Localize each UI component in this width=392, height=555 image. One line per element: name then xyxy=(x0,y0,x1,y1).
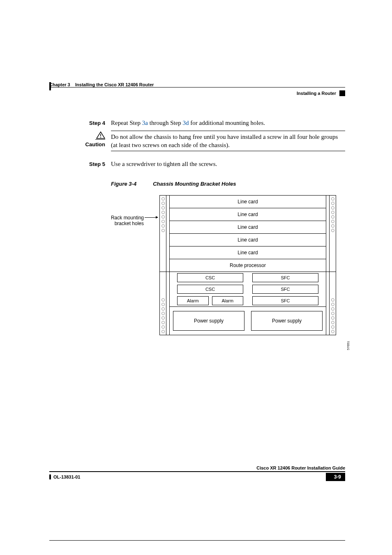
figure-number: Figure 3-4 xyxy=(111,181,136,187)
card-slots: Line card Line card Line card Line card … xyxy=(170,196,326,272)
line-card-2: Line card xyxy=(170,208,326,221)
caution-rule-top xyxy=(111,131,345,131)
footer-guide-title: Cisco XR 12406 Router Installation Guide xyxy=(49,465,345,472)
footer-left: OL-13831-01 xyxy=(49,474,80,479)
right-inner-rail-2 xyxy=(326,272,329,335)
header-right: Installing a Router xyxy=(297,90,345,96)
left-rail-2 xyxy=(160,272,166,335)
page-footer: Cisco XR 12406 Router Installation Guide… xyxy=(49,465,345,481)
callout-arrow xyxy=(145,217,158,218)
step-4-row: Step 4 Repeat Step 3a through Step 3d fo… xyxy=(49,119,345,127)
left-inner-rail xyxy=(166,196,170,272)
caution-icon-underline xyxy=(95,139,105,140)
header-rule xyxy=(49,87,345,88)
chapter-number: Chapter 3 xyxy=(49,82,70,87)
power-supply-row: Power supply Power supply xyxy=(170,306,326,335)
step4-pre: Repeat Step xyxy=(111,120,142,126)
figure-diagram: Rack mounting bracket holes Line card xyxy=(111,195,345,368)
caution-text-col: Do not allow the chassis to hang free un… xyxy=(111,131,345,152)
header-chapter: Chapter 3 Installing the Cisco XR 12406 … xyxy=(49,82,154,87)
sfc-2: SFC xyxy=(252,285,318,294)
footer-bar xyxy=(49,474,51,479)
upper-section: Line card Line card Line card Line card … xyxy=(160,196,336,272)
csc-1: CSC xyxy=(177,273,243,282)
route-processor: Route processor xyxy=(170,259,326,272)
figure-caption-row: Figure 3-4 Chassis Mounting Bracket Hole… xyxy=(49,181,345,187)
right-rail-2 xyxy=(329,272,336,335)
caution-rule-bottom xyxy=(111,151,345,151)
step-4-label: Step 4 xyxy=(49,119,111,127)
power-supply-2: Power supply xyxy=(251,311,323,331)
csc-2: CSC xyxy=(177,285,243,294)
figure-title: Chassis Mounting Bracket Holes xyxy=(153,181,236,187)
switch-section: CSC CSC Alarm Alarm SFC SFC xyxy=(160,272,336,335)
left-inner-rail-2 xyxy=(166,272,170,335)
right-rail xyxy=(329,196,336,272)
right-switch-col: SFC SFC SFC xyxy=(251,272,320,306)
figure-id: 57651 xyxy=(346,341,350,350)
caution-text: Do not allow the chassis to hang free un… xyxy=(111,133,345,150)
footer-doc-number: OL-13831-01 xyxy=(53,474,80,479)
sfc-3: SFC xyxy=(252,296,318,305)
line-card-4: Line card xyxy=(170,234,326,246)
sfc-1: SFC xyxy=(252,273,318,282)
left-holes-bot xyxy=(161,298,165,333)
link-3a[interactable]: 3a xyxy=(142,120,148,126)
caution-block: Caution Do not allow the chassis to hang… xyxy=(49,131,345,152)
section-end-rule xyxy=(49,540,345,541)
left-rail xyxy=(160,196,166,272)
right-inner-rail xyxy=(326,196,329,272)
chapter-title: Installing the Cisco XR 12406 Router xyxy=(75,82,154,87)
step-5-label: Step 5 xyxy=(49,160,111,168)
step-4-text: Repeat Step 3a through Step 3d for addit… xyxy=(111,119,345,127)
right-holes-top xyxy=(331,197,335,232)
footer-row: OL-13831-01 3-9 xyxy=(49,473,345,481)
callout-line1: Rack mounting xyxy=(103,215,144,221)
caution-label-col: Caution xyxy=(49,131,111,152)
switch-row: CSC CSC Alarm Alarm SFC SFC xyxy=(170,272,326,306)
left-holes-top xyxy=(161,197,165,232)
step-5-text: Use a screwdriver to tighten all the scr… xyxy=(111,160,345,168)
caution-label: Caution xyxy=(49,141,105,147)
step-5-row: Step 5 Use a screwdriver to tighten all … xyxy=(49,160,345,168)
link-3d[interactable]: 3d xyxy=(183,120,189,126)
caution-icon xyxy=(96,131,105,139)
callout-label: Rack mounting bracket holes xyxy=(103,215,144,227)
line-card-3: Line card xyxy=(170,221,326,234)
line-card-5: Line card xyxy=(170,246,326,259)
svg-point-1 xyxy=(100,137,101,138)
right-holes-bot xyxy=(331,298,335,333)
alarm-1: Alarm xyxy=(177,296,209,305)
callout-line2: bracket holes xyxy=(103,221,144,226)
alarm-2: Alarm xyxy=(212,296,244,305)
chassis: Line card Line card Line card Line card … xyxy=(159,195,336,335)
page-number-badge: 3-9 xyxy=(326,473,345,481)
alarm-row: Alarm Alarm xyxy=(175,295,245,306)
section-title: Installing a Router xyxy=(297,91,336,96)
step4-mid: through Step xyxy=(148,120,183,126)
left-switch-col: CSC CSC Alarm Alarm xyxy=(175,272,245,306)
line-card-1: Line card xyxy=(170,196,326,208)
switch-and-ps: CSC CSC Alarm Alarm SFC SFC xyxy=(170,272,326,335)
power-supply-1: Power supply xyxy=(173,311,244,331)
header-marker xyxy=(339,90,345,96)
step4-post: for additional mounting holes. xyxy=(189,120,265,126)
